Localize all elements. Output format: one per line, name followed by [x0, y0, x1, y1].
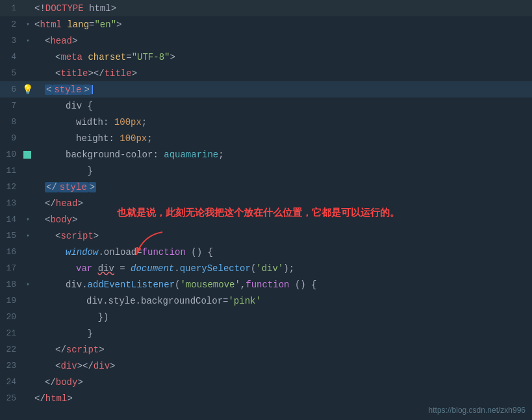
code-line-11: 11 } — [0, 163, 532, 179]
code-line-8: 8 width: 100px; — [0, 114, 532, 130]
line-num-22: 22 — [0, 345, 23, 354]
line-num-14: 14 — [0, 215, 23, 224]
code-line-9: 9 height: 100px; — [0, 130, 532, 146]
line-num-16: 16 — [0, 247, 23, 257]
line-num-4: 4 — [0, 52, 23, 62]
line-num-3: 3 — [0, 36, 23, 46]
fold-2[interactable]: ▾ — [23, 21, 33, 28]
line-content-18: div.addEventListener('mousemove',functio… — [64, 280, 532, 290]
line-content-8: width: 100px; — [75, 117, 532, 127]
line-content-3: <head> — [44, 36, 532, 46]
line-content-9: height: 100px; — [75, 133, 532, 144]
line-num-11: 11 — [0, 166, 23, 176]
line-content-6: <style> — [44, 85, 532, 95]
fold-10 — [23, 151, 33, 159]
line-num-1: 1 — [0, 3, 23, 13]
breakpoint-icon[interactable] — [23, 151, 31, 159]
code-line-12: 12 </style> — [0, 179, 532, 195]
code-line-17: 17 var div = document.querySelector('div… — [0, 260, 532, 276]
line-content-22: </script> — [54, 345, 532, 355]
line-num-13: 13 — [0, 198, 23, 208]
code-editor: 1 <!DOCTYPE html> 2 ▾ <html lang="en"> 3… — [0, 0, 532, 420]
code-line-23: 23 <div></div> — [0, 358, 532, 374]
code-line-15: 15 ▾ <script> — [0, 228, 532, 244]
code-line-24: 24 </body> — [0, 374, 532, 390]
line-num-5: 5 — [0, 68, 23, 78]
line-content-20: }) — [75, 312, 532, 322]
line-num-15: 15 — [0, 231, 23, 241]
line-num-7: 7 — [0, 101, 23, 111]
line-num-25: 25 — [0, 393, 23, 403]
line-content-10: background-color: aquamarine; — [64, 150, 532, 160]
code-line-21: 21 } — [0, 325, 532, 341]
line-num-12: 12 — [0, 182, 23, 192]
line-num-18: 18 — [0, 280, 23, 289]
code-line-5: 5 <title></title> — [0, 65, 532, 81]
line-content-21: } — [64, 328, 532, 339]
watermark: https://blog.csdn.net/zxh996 — [429, 406, 526, 415]
line-num-9: 9 — [0, 133, 23, 143]
annotation-text: 也就是说，此刻无论我把这个放在什么位置，它都是可以运行的。 — [117, 207, 399, 219]
code-line-1: 1 <!DOCTYPE html> — [0, 0, 532, 16]
line-content-5: <title></title> — [54, 68, 532, 79]
line-num-20: 20 — [0, 312, 23, 322]
code-line-19: 19 div.style.backgroundColor='pink' — [0, 293, 532, 309]
code-line-25: 25 </html> — [0, 390, 532, 406]
code-container: 1 <!DOCTYPE html> 2 ▾ <html lang="en"> 3… — [0, 0, 532, 420]
line-num-23: 23 — [0, 361, 23, 371]
line-content-11: } — [64, 166, 532, 176]
line-content-1: <!DOCTYPE html> — [33, 3, 532, 14]
line-content-12: </style> — [44, 182, 532, 192]
code-line-7: 7 div { — [0, 98, 532, 114]
line-content-2: <html lang="en"> — [33, 20, 532, 30]
line-num-6: 6 — [0, 85, 23, 94]
line-num-8: 8 — [0, 117, 23, 127]
line-content-25: </html> — [33, 393, 532, 404]
fold-3[interactable]: ▾ — [23, 37, 33, 44]
fold-15[interactable]: ▾ — [23, 232, 33, 239]
line-content-19: div.style.backgroundColor='pink' — [85, 296, 532, 306]
arrow-annotation — [123, 229, 175, 264]
line-content-24: </body> — [44, 377, 532, 387]
line-num-21: 21 — [0, 328, 23, 338]
line-content-4: <meta charset="UTF-8"> — [54, 52, 532, 62]
line-num-17: 17 — [0, 263, 23, 273]
line-num-10: 10 — [0, 150, 23, 159]
code-line-22: 22 </script> — [0, 341, 532, 358]
code-line-18: 18 ▾ div.addEventListener('mousemove',fu… — [0, 276, 532, 293]
fold-18[interactable]: ▾ — [23, 281, 33, 288]
line-content-17: var div = document.querySelector('div'); — [75, 263, 532, 274]
code-line-10: 10 background-color: aquamarine; — [0, 146, 532, 163]
code-line-3: 3 ▾ <head> — [0, 33, 532, 49]
code-line-6: 6 💡 <style> — [0, 81, 532, 98]
code-line-4: 4 <meta charset="UTF-8"> — [0, 49, 532, 65]
code-line-20: 20 }) — [0, 309, 532, 325]
line-num-2: 2 — [0, 20, 23, 29]
code-line-2: 2 ▾ <html lang="en"> — [0, 16, 532, 33]
line-content-23: <div></div> — [54, 361, 532, 371]
line-num-24: 24 — [0, 377, 23, 387]
line-num-19: 19 — [0, 296, 23, 306]
fold-14[interactable]: ▾ — [23, 216, 33, 223]
line-content-7: div { — [64, 101, 532, 111]
code-line-16: 16 window.onload=function () { — [0, 244, 532, 260]
fold-6: 💡 — [23, 84, 33, 95]
